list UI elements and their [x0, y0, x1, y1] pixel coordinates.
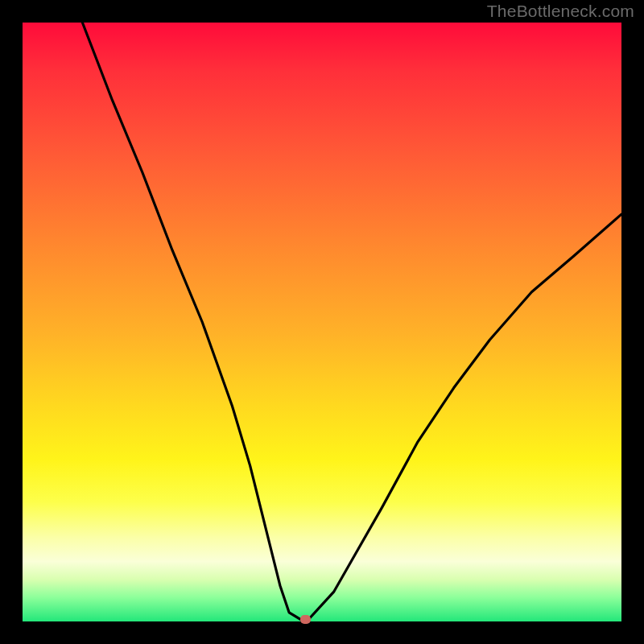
- chart-frame: TheBottleneck.com: [0, 0, 644, 644]
- bottleneck-curve: [23, 23, 621, 621]
- watermark-text: TheBottleneck.com: [487, 2, 634, 21]
- plot-area: [23, 23, 621, 621]
- optimum-marker: [300, 615, 311, 624]
